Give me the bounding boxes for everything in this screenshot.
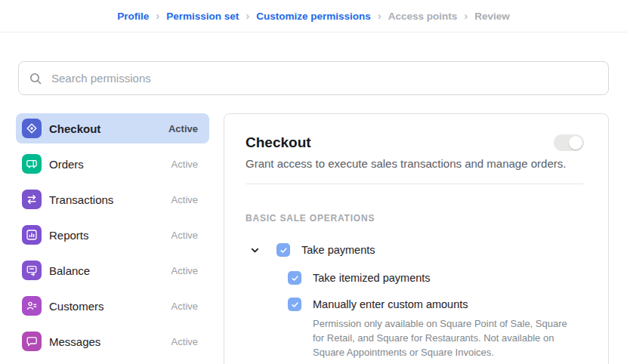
sidebar-item-balance[interactable]: Balance Active (16, 255, 209, 285)
panel-description: Grant access to execute sales transactio… (246, 157, 584, 171)
sidebar-item-label: Transactions (49, 193, 113, 206)
chevron-right-icon: › (464, 10, 468, 21)
sidebar-item-label: Balance (49, 264, 90, 277)
permissions-category-list: Checkout Active Orders Active Transactio… (16, 113, 209, 362)
search-bar[interactable] (18, 61, 609, 95)
permission-row-take-itemized-payments: Take itemized payments (246, 271, 584, 285)
chevron-down-icon[interactable] (250, 245, 260, 255)
checkout-icon (22, 119, 42, 138)
take-itemized-payments-checkbox[interactable] (288, 271, 301, 285)
breadcrumb: Profile › Permission set › Customize per… (0, 0, 627, 32)
sidebar-item-customers[interactable]: Customers Active (16, 291, 209, 321)
sidebar-item-label: Messages (49, 335, 100, 348)
breadcrumb-permission-set[interactable]: Permission set (166, 11, 239, 22)
divider (246, 184, 584, 184)
permission-note: Permission only available on Square Poin… (313, 316, 573, 359)
breadcrumb-profile[interactable]: Profile (117, 11, 149, 22)
status-badge: Active (171, 230, 198, 241)
status-badge: Active (171, 265, 198, 276)
breadcrumb-access-points: Access points (388, 11, 458, 22)
search-input[interactable] (50, 71, 598, 85)
chevron-right-icon: › (378, 10, 381, 21)
permission-label: Take payments (301, 244, 375, 256)
sidebar-item-messages[interactable]: Messages Active (16, 326, 209, 356)
take-payments-checkbox[interactable] (276, 243, 290, 257)
permission-label: Manually enter custom amounts (313, 298, 468, 310)
sidebar-item-label: Reports (49, 229, 89, 242)
orders-icon (22, 154, 42, 174)
section-label: BASIC SALE OPERATIONS (246, 213, 584, 224)
checkmark-icon (290, 300, 300, 310)
status-badge: Active (171, 159, 198, 170)
permission-row-take-payments: Take payments (246, 243, 584, 257)
checkmark-icon (279, 245, 289, 255)
breadcrumb-review: Review (474, 11, 510, 22)
sidebar-item-reports[interactable]: Reports Active (16, 220, 209, 250)
sidebar-item-label: Customers (49, 300, 104, 313)
checkmark-icon (290, 273, 300, 283)
permission-detail-panel: Checkout Grant access to execute sales t… (224, 113, 609, 364)
balance-icon (22, 261, 42, 280)
status-badge: Active (171, 301, 198, 312)
sidebar-item-orders[interactable]: Orders Active (16, 149, 209, 179)
status-badge: Active (168, 123, 198, 134)
sidebar-item-label: Orders (49, 158, 84, 171)
messages-icon (22, 332, 42, 351)
panel-title: Checkout (246, 134, 311, 151)
chevron-right-icon: › (246, 10, 249, 21)
sidebar-item-transactions[interactable]: Transactions Active (16, 184, 209, 214)
chevron-right-icon: › (156, 10, 159, 21)
customers-icon (22, 296, 42, 316)
reports-icon (22, 225, 42, 245)
status-badge: Active (171, 336, 198, 347)
toggle-knob (569, 136, 582, 150)
transactions-icon (22, 190, 42, 209)
checkout-toggle[interactable] (554, 134, 584, 151)
search-icon (29, 72, 42, 85)
manually-enter-custom-amounts-checkbox[interactable] (288, 298, 301, 311)
permission-label: Take itemized payments (313, 272, 431, 284)
sidebar-item-label: Checkout (49, 122, 100, 135)
sidebar-item-checkout[interactable]: Checkout Active (16, 113, 209, 143)
status-badge: Active (171, 194, 198, 205)
breadcrumb-customize-permissions[interactable]: Customize permissions (256, 11, 371, 22)
permission-row-manually-enter-custom-amounts: Manually enter custom amounts (246, 298, 584, 311)
